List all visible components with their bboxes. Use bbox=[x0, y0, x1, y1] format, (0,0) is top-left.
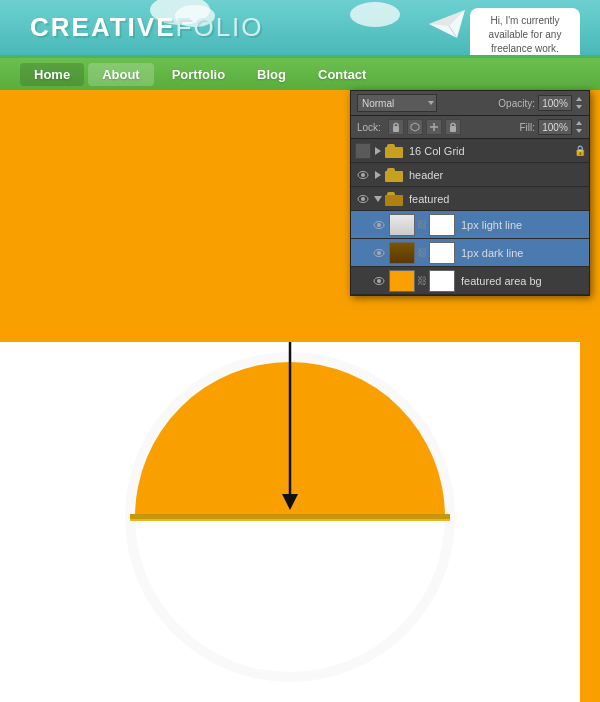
semicircle-diagram bbox=[120, 342, 460, 702]
nav-item-contact[interactable]: Contact bbox=[304, 63, 380, 86]
bottom-white-section bbox=[0, 342, 580, 702]
svg-point-18 bbox=[377, 279, 381, 283]
layer-visibility-16col[interactable] bbox=[355, 143, 371, 159]
svg-rect-25 bbox=[130, 519, 450, 521]
lock-position-btn[interactable] bbox=[388, 119, 404, 135]
opacity-input[interactable]: 100% bbox=[538, 95, 572, 111]
fill-row: Fill: 100% bbox=[519, 119, 583, 135]
lock-icon-16col: 🔒 bbox=[575, 146, 585, 156]
lock-all-btn[interactable] bbox=[445, 119, 461, 135]
folder-icon-featured bbox=[385, 192, 403, 206]
layer-row-featured[interactable]: featured bbox=[351, 187, 589, 211]
thumb-1px-dark bbox=[389, 242, 415, 264]
layer-name-featured: featured bbox=[409, 193, 449, 205]
svg-marker-3 bbox=[576, 97, 582, 101]
hire-badge: Hi, I'm currently available for any free… bbox=[470, 8, 580, 58]
layer-name-16col: 16 Col Grid bbox=[409, 145, 465, 157]
photoshop-panel: Normal Opacity: 100% Lock: bbox=[350, 90, 590, 296]
eye-icon-featured[interactable] bbox=[355, 191, 371, 207]
svg-marker-7 bbox=[576, 121, 582, 125]
opacity-label: Opacity: bbox=[498, 98, 535, 109]
layer-row-16col[interactable]: 16 Col Grid 🔒 bbox=[351, 139, 589, 163]
layer-row-feat-bg[interactable]: ⛓ featured area bg bbox=[351, 267, 589, 295]
nav-item-blog[interactable]: Blog bbox=[243, 63, 300, 86]
fill-spinner[interactable] bbox=[575, 119, 583, 135]
svg-marker-8 bbox=[576, 129, 582, 133]
opacity-row: Opacity: 100% bbox=[498, 95, 583, 111]
layer-name-feat-bg: featured area bg bbox=[461, 275, 542, 287]
svg-point-10 bbox=[361, 173, 365, 177]
eye-icon-1px-dark[interactable] bbox=[371, 245, 387, 261]
ps-lock-row: Lock: Fill: 100% bbox=[351, 116, 589, 139]
blend-mode-select[interactable]: Normal bbox=[357, 94, 437, 112]
eye-icon-feat-bg[interactable] bbox=[371, 273, 387, 289]
chain-1px-light: ⛓ bbox=[417, 214, 427, 236]
logo-bold: CREATIVE bbox=[30, 12, 176, 42]
logo-light: FOLIO bbox=[176, 12, 264, 42]
nav-item-about[interactable]: About bbox=[88, 63, 154, 86]
eye-icon-header[interactable] bbox=[355, 167, 371, 183]
folder-icon-header bbox=[385, 168, 403, 182]
main-content: Normal Opacity: 100% Lock: bbox=[0, 90, 600, 702]
mask-1px-dark bbox=[429, 242, 455, 264]
layer-name-header: header bbox=[409, 169, 443, 181]
hire-text: Hi, I'm currently available for any free… bbox=[489, 15, 562, 54]
chain-feat-bg: ⛓ bbox=[417, 270, 427, 292]
lock-move-btn[interactable] bbox=[426, 119, 442, 135]
svg-point-16 bbox=[377, 251, 381, 255]
svg-point-14 bbox=[377, 223, 381, 227]
nav-item-home[interactable]: Home bbox=[20, 63, 84, 86]
nav-item-portfolio[interactable]: Portfolio bbox=[158, 63, 239, 86]
opacity-spinner[interactable] bbox=[575, 95, 583, 111]
svg-rect-5 bbox=[393, 126, 399, 132]
layer-row-1px-dark[interactable]: ⛓ 1px dark line bbox=[351, 239, 589, 267]
mask-feat-bg bbox=[429, 270, 455, 292]
chain-1px-dark: ⛓ bbox=[417, 242, 427, 264]
nav-bar: Home About Portfolio Blog Contact bbox=[0, 58, 600, 90]
layer-name-1px-dark: 1px dark line bbox=[461, 247, 523, 259]
mask-1px-light bbox=[429, 214, 455, 236]
folder-icon-16col bbox=[385, 144, 403, 158]
svg-point-12 bbox=[361, 197, 365, 201]
expand-header[interactable] bbox=[373, 170, 383, 180]
fill-input[interactable]: 100% bbox=[538, 119, 572, 135]
svg-rect-24 bbox=[130, 514, 450, 519]
expand-featured[interactable] bbox=[373, 194, 383, 204]
site-header: CREATIVEFOLIO Hi, I'm currently availabl… bbox=[0, 0, 600, 58]
eye-icon-1px-light[interactable] bbox=[371, 217, 387, 233]
blend-mode-arrow bbox=[428, 101, 434, 105]
airplane-icon bbox=[429, 10, 465, 38]
thumb-feat-bg bbox=[389, 270, 415, 292]
hire-link[interactable]: Hire me today! bbox=[480, 56, 570, 58]
svg-rect-6 bbox=[450, 126, 456, 132]
layer-name-1px-light: 1px light line bbox=[461, 219, 522, 231]
svg-marker-4 bbox=[576, 105, 582, 109]
layer-row-header[interactable]: header bbox=[351, 163, 589, 187]
expand-16col[interactable] bbox=[373, 146, 383, 156]
thumb-1px-light bbox=[389, 214, 415, 236]
layer-row-1px-light[interactable]: ⛓ 1px light line bbox=[351, 211, 589, 239]
fill-label: Fill: bbox=[519, 122, 535, 133]
lock-pixels-btn[interactable] bbox=[407, 119, 423, 135]
lock-label: Lock: bbox=[357, 122, 381, 133]
site-logo: CREATIVEFOLIO bbox=[30, 12, 264, 43]
ps-mode-row: Normal Opacity: 100% bbox=[351, 91, 589, 116]
